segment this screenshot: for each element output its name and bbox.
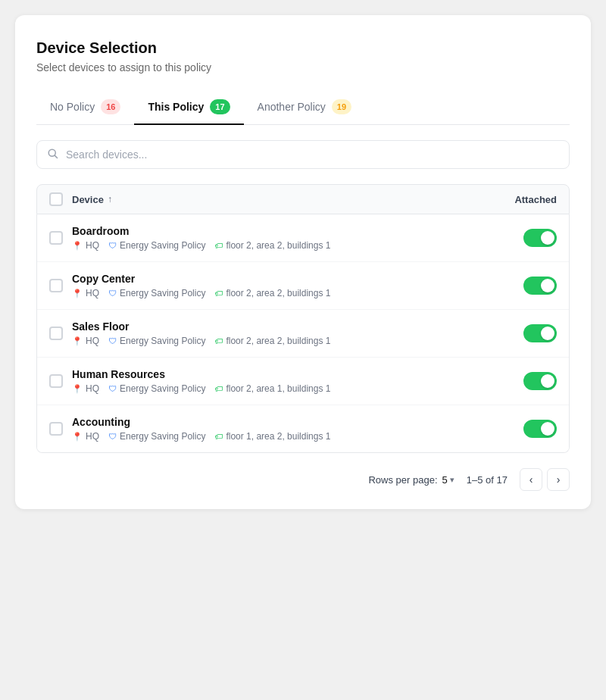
tab-this-policy-badge: 17 xyxy=(210,99,230,114)
device-info-human-resources: Human Resources 📍 HQ 🛡 Energy Saving Pol… xyxy=(72,368,511,394)
tab-no-policy[interactable]: No Policy 16 xyxy=(36,92,134,125)
device-info-sales-floor: Sales Floor 📍 HQ 🛡 Energy Saving Policy … xyxy=(72,320,511,346)
rows-per-page-control: Rows per page: 5 ▾ xyxy=(368,474,454,486)
row-checkbox-human-resources[interactable] xyxy=(49,374,63,388)
rows-per-page-label: Rows per page: xyxy=(368,474,437,486)
rows-per-page-select[interactable]: 5 ▾ xyxy=(442,474,454,486)
toggle-knob xyxy=(541,231,554,245)
device-meta: 📍 HQ 🛡 Energy Saving Policy 🏷 floor 1, a… xyxy=(72,431,511,442)
location-meta: 📍 HQ xyxy=(72,288,99,298)
policy-icon: 🛡 xyxy=(108,384,117,393)
tab-bar: No Policy 16 This Policy 17 Another Poli… xyxy=(36,92,570,125)
tab-no-policy-label: No Policy xyxy=(50,101,95,113)
location-meta: 📍 HQ xyxy=(72,383,99,394)
search-icon xyxy=(47,148,58,161)
attached-toggle-accounting[interactable] xyxy=(523,420,557,438)
rows-per-page-value: 5 xyxy=(442,474,448,486)
table-row: Boardroom 📍 HQ 🛡 Energy Saving Policy 🏷 xyxy=(37,214,569,262)
policy-icon: 🛡 xyxy=(108,336,117,345)
attached-toggle-sales-floor[interactable] xyxy=(523,324,557,342)
prev-page-button[interactable]: ‹ xyxy=(520,468,542,491)
toggle-knob xyxy=(541,279,554,292)
tab-this-policy[interactable]: This Policy 17 xyxy=(134,92,243,125)
table-row: Sales Floor 📍 HQ 🛡 Energy Saving Policy … xyxy=(37,310,569,358)
toggle-knob xyxy=(541,422,554,436)
location-meta: 📍 HQ xyxy=(72,336,99,346)
tab-another-policy-label: Another Policy xyxy=(258,101,326,113)
page-range: 1–5 of 17 xyxy=(467,474,508,486)
tag-icon: 🏷 xyxy=(214,432,223,441)
select-all-checkbox[interactable] xyxy=(49,192,63,206)
attached-toggle-copy-center[interactable] xyxy=(523,277,557,295)
table-row: Copy Center 📍 HQ 🛡 Energy Saving Policy … xyxy=(37,262,569,310)
search-input[interactable] xyxy=(36,140,570,169)
tag-meta: 🏷 floor 2, area 2, buildings 1 xyxy=(214,288,330,298)
row-checkbox-accounting[interactable] xyxy=(49,422,63,436)
location-icon: 📍 xyxy=(72,384,83,394)
toggle-wrapper xyxy=(520,324,557,342)
attached-column-header: Attached xyxy=(496,194,557,205)
policy-meta: 🛡 Energy Saving Policy xyxy=(108,336,205,346)
tag-icon: 🏷 xyxy=(214,289,223,298)
toggle-wrapper xyxy=(520,372,557,390)
tag-meta: 🏷 floor 2, area 2, buildings 1 xyxy=(214,240,330,251)
tab-no-policy-badge: 16 xyxy=(101,99,120,114)
location-icon: 📍 xyxy=(72,289,83,298)
sort-arrow-icon: ↑ xyxy=(108,194,112,205)
policy-meta: 🛡 Energy Saving Policy xyxy=(108,383,205,394)
location-icon: 📍 xyxy=(72,432,83,442)
policy-meta: 🛡 Energy Saving Policy xyxy=(108,431,205,442)
device-name: Human Resources xyxy=(72,368,511,380)
location-meta: 📍 HQ xyxy=(72,431,99,442)
device-meta: 📍 HQ 🛡 Energy Saving Policy 🏷 floor 2, a… xyxy=(72,383,511,394)
policy-meta: 🛡 Energy Saving Policy xyxy=(108,240,205,251)
tag-meta: 🏷 floor 2, area 1, buildings 1 xyxy=(214,383,330,394)
search-wrapper xyxy=(36,140,570,169)
tag-icon: 🏷 xyxy=(214,241,223,250)
policy-icon: 🛡 xyxy=(108,289,117,298)
device-name: Copy Center xyxy=(72,273,511,285)
attached-toggle-human-resources[interactable] xyxy=(523,372,557,390)
table-header: Device ↑ Attached xyxy=(36,184,570,214)
page-subtitle: Select devices to assign to this policy xyxy=(36,61,570,73)
device-name: Accounting xyxy=(72,416,511,428)
row-checkbox-copy-center[interactable] xyxy=(49,279,63,292)
page-title: Device Selection xyxy=(36,39,570,57)
device-info-copy-center: Copy Center 📍 HQ 🛡 Energy Saving Policy … xyxy=(72,273,511,298)
table-body: Boardroom 📍 HQ 🛡 Energy Saving Policy 🏷 xyxy=(36,214,570,453)
device-meta: 📍 HQ 🛡 Energy Saving Policy 🏷 floor 2, a… xyxy=(72,336,511,346)
device-info-accounting: Accounting 📍 HQ 🛡 Energy Saving Policy 🏷 xyxy=(72,416,511,442)
location-meta: 📍 HQ xyxy=(72,240,99,251)
table-row: Accounting 📍 HQ 🛡 Energy Saving Policy 🏷 xyxy=(37,405,569,452)
tag-meta: 🏷 floor 2, area 2, buildings 1 xyxy=(214,336,330,346)
policy-icon: 🛡 xyxy=(108,241,117,250)
attached-toggle-boardroom[interactable] xyxy=(523,229,557,247)
device-column-header: Device ↑ xyxy=(72,194,487,205)
next-page-button[interactable]: › xyxy=(547,468,570,491)
pagination: Rows per page: 5 ▾ 1–5 of 17 ‹ › xyxy=(36,468,570,491)
tab-another-policy[interactable]: Another Policy 19 xyxy=(244,92,366,125)
device-table: Device ↑ Attached Boardroom 📍 HQ 🛡 xyxy=(36,184,570,453)
device-meta: 📍 HQ 🛡 Energy Saving Policy 🏷 floor 2, a… xyxy=(72,240,511,251)
policy-icon: 🛡 xyxy=(108,432,117,441)
toggle-knob xyxy=(541,327,554,340)
tag-icon: 🏷 xyxy=(214,336,223,345)
toggle-wrapper xyxy=(520,420,557,438)
tag-icon: 🏷 xyxy=(214,384,223,393)
device-name: Boardroom xyxy=(72,225,511,237)
tab-another-policy-badge: 19 xyxy=(332,99,351,114)
row-checkbox-sales-floor[interactable] xyxy=(49,327,63,340)
table-row: Human Resources 📍 HQ 🛡 Energy Saving Pol… xyxy=(37,358,569,405)
toggle-wrapper xyxy=(520,277,557,295)
device-meta: 📍 HQ 🛡 Energy Saving Policy 🏷 floor 2, a… xyxy=(72,288,511,298)
policy-meta: 🛡 Energy Saving Policy xyxy=(108,288,205,298)
device-selection-card: Device Selection Select devices to assig… xyxy=(15,15,591,509)
row-checkbox-boardroom[interactable] xyxy=(49,231,63,245)
toggle-wrapper xyxy=(520,229,557,247)
tab-this-policy-label: This Policy xyxy=(148,101,204,113)
chevron-down-icon: ▾ xyxy=(450,475,454,485)
page-navigation: ‹ › xyxy=(520,468,570,491)
location-icon: 📍 xyxy=(72,336,83,346)
toggle-knob xyxy=(541,374,554,388)
tag-meta: 🏷 floor 1, area 2, buildings 1 xyxy=(214,431,330,442)
